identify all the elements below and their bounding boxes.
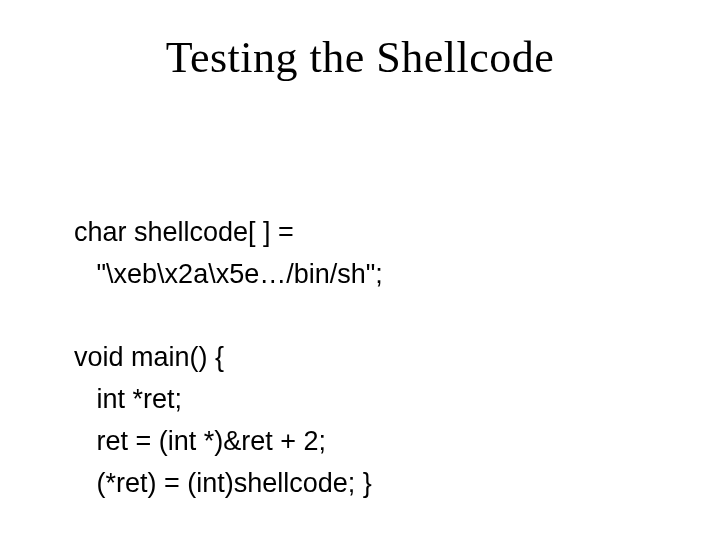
code-line: "\xeb\x2a\x5e…/bin/sh";: [74, 259, 383, 289]
code-line: int *ret;: [74, 384, 182, 414]
code-line: char shellcode[ ] =: [74, 217, 294, 247]
code-line: (*ret) = (int)shellcode; }: [74, 468, 372, 498]
code-block: char shellcode[ ] = "\xeb\x2a\x5e…/bin/s…: [74, 170, 660, 505]
code-line: ret = (int *)&ret + 2;: [74, 426, 326, 456]
slide: Testing the Shellcode char shellcode[ ] …: [0, 0, 720, 540]
slide-title: Testing the Shellcode: [0, 32, 720, 83]
code-line: void main() {: [74, 342, 224, 372]
